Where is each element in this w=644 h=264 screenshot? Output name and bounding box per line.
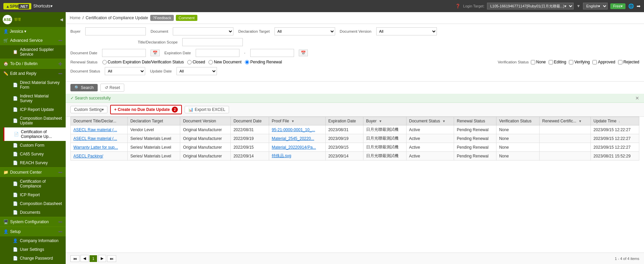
sidebar-item-personal-information[interactable]: 📄 Personal Information [3, 263, 66, 264]
verification-none-checkbox[interactable] [531, 60, 535, 64]
renewed-filter-icon[interactable]: ▼ [579, 119, 582, 123]
comment-button[interactable]: Comment [176, 15, 197, 21]
cell-proof-1[interactable]: Material_2545_20220... [269, 134, 325, 143]
sidebar-item-composition-datasheet-update[interactable]: 📄 Composition Datasheet Update [3, 114, 66, 127]
pagination-first-btn[interactable]: ⏮ [70, 255, 79, 262]
update-time-sort-icon[interactable]: ↓ [619, 120, 620, 123]
collapse-document-center-icon[interactable]: ➖ [58, 171, 62, 174]
sidebar-item-user-settings[interactable]: 📄 User Settings [3, 245, 66, 254]
buyer-filter-icon[interactable]: ▼ [379, 119, 382, 123]
sidebar-section-header-setup[interactable]: 👤 Setup ➖ [0, 227, 66, 236]
sidebar-item-indirect-material-survey[interactable]: 📄 Indirect Material Survey [3, 92, 66, 105]
breadcrumb-home[interactable]: Home [70, 16, 80, 20]
renewal-option-closed[interactable]: Closed [187, 60, 205, 64]
sidebar-section-header-advanced-service[interactable]: 🛒 Advanced Service ➖ [0, 36, 66, 45]
exit-icon[interactable]: ➡ [637, 3, 641, 9]
pagination-next-btn[interactable]: ▶ [98, 255, 106, 262]
sidebar-collapse-btn[interactable]: ◀ [60, 17, 63, 22]
pagination-last-btn[interactable]: ⏭ [107, 255, 116, 262]
sidebar-item-direct-material-survey[interactable]: 📄 Direct Material Survey Form [3, 78, 66, 92]
buyer-input[interactable] [85, 27, 146, 35]
cell-proof-3[interactable]: 特殊品.svg [269, 152, 325, 160]
sidebar-item-ca65-survey[interactable]: 📄 CA65 Survey [3, 150, 66, 158]
sidebar-item-change-password[interactable]: 📄 Change Password [3, 254, 66, 263]
sidebar-item-company-information[interactable]: 👤 Company Information [3, 236, 66, 245]
sidebar-item-certification-compliance-doc[interactable]: 📄 Certification of Compliance [3, 177, 66, 190]
document-status-select[interactable]: All [105, 67, 145, 75]
verification-approved-checkbox[interactable] [592, 60, 597, 64]
sidebar-section-header-document-center[interactable]: 📁 Document Center ➖ [0, 168, 66, 177]
document-date-calendar-btn[interactable]: 📅 [151, 50, 160, 56]
renewal-radio-closed[interactable] [187, 60, 192, 64]
language-select[interactable]: English▾ [583, 3, 608, 9]
close-success-button[interactable]: ✕ [635, 95, 639, 101]
cell-title-1[interactable]: ASECL Raw material (... [71, 134, 128, 143]
verification-editing[interactable]: Editing [549, 60, 567, 64]
cell-renewed-2 [539, 143, 590, 152]
pagination-page-1-btn[interactable]: 1 [90, 255, 97, 262]
expiration-date-to-input[interactable] [250, 49, 294, 57]
collapse-edit-reply-icon[interactable]: ➖ [58, 72, 62, 76]
shortcuts-button[interactable]: Shortcuts▾ [33, 4, 53, 8]
doc-status-filter-icon[interactable]: ▼ [442, 119, 446, 123]
verification-approved[interactable]: Approved [592, 60, 615, 64]
sidebar-section-header-edit-reply[interactable]: ✏️ Edit and Reply ➖ [0, 69, 66, 78]
cell-proof-0[interactable]: 95-21-0000-0001_10_... [269, 125, 325, 134]
sidebar-section-header-todo[interactable]: 🏠 To-Do / Bulletin ➕ [0, 59, 66, 68]
sidebar-item-icp-report-doc[interactable]: 📄 ICP Report [3, 190, 66, 199]
sidebar-section-header-system-config[interactable]: 🖥️ System Configuration ➖ [0, 217, 66, 227]
expiration-date-from-input[interactable] [196, 49, 239, 57]
top-bar: ▲SPM.NET Shortcuts▾ ❓ Login Target: L105… [0, 0, 644, 12]
sidebar-item-composition-datasheet-doc[interactable]: 📄 Composition Datasheet [3, 199, 66, 208]
feedback-button[interactable]: ?Feedback [150, 15, 174, 21]
verification-verifying[interactable]: Verifying [569, 60, 590, 64]
renewal-option-new-document[interactable]: New Document [208, 60, 242, 64]
create-no-due-date-button[interactable]: + Create no Due Date Update 2 [110, 105, 182, 114]
username-label[interactable]: Jessica ▾ [10, 29, 26, 34]
cell-proof-2[interactable]: Material_20220914(Pa... [269, 143, 325, 152]
cell-title-3[interactable]: ASECL Packing/ [71, 152, 128, 160]
sidebar-item-documents-doc[interactable]: 📄 Documents [3, 208, 66, 217]
sidebar-item-certification-compliance-update[interactable]: 📄 Certification of Compliance Up... [3, 127, 66, 141]
title-declaration-scope-input[interactable] [182, 38, 243, 46]
collapse-todo-icon[interactable]: ➕ [58, 62, 62, 66]
doc-icon-reach: 📄 [13, 160, 18, 165]
declaration-target-select[interactable]: All [275, 27, 335, 35]
verification-rejected-checkbox[interactable] [618, 60, 622, 64]
expand-icon[interactable]: ▼ [576, 4, 580, 8]
renewal-option-pending[interactable]: Pending Renewal [245, 60, 282, 64]
cell-renewed-0 [539, 125, 590, 134]
sidebar-item-reach-survey[interactable]: 📄 REACH Survey [3, 158, 66, 167]
verification-rejected[interactable]: Rejected [618, 60, 639, 64]
document-date-label: Document Date [70, 51, 97, 55]
sidebar-item-advanced-supplier-service[interactable]: 📋 Advanced Supplier Service [3, 45, 66, 59]
renewal-radio-pending[interactable] [245, 60, 249, 64]
collapse-advanced-service-icon[interactable]: ➖ [58, 39, 62, 42]
export-excel-button[interactable]: 📊 Export to EXCEL [185, 106, 229, 113]
renewal-radio-new-doc[interactable] [208, 60, 213, 64]
expiration-date-calendar-btn[interactable]: 📅 [299, 50, 308, 56]
verification-editing-checkbox[interactable] [549, 60, 553, 64]
verification-none[interactable]: None [531, 60, 546, 64]
reset-button[interactable]: ↺ Reset [100, 84, 124, 92]
pagination-prev-btn[interactable]: ◀ [80, 255, 89, 262]
document-select[interactable] [173, 27, 233, 35]
cell-title-2[interactable]: Warranty Latter for sup... [71, 143, 128, 152]
proof-filter-icon[interactable]: ▼ [291, 119, 294, 123]
free-button[interactable]: Free▾ [610, 3, 625, 9]
login-target-select[interactable]: L105-1661946771147[Ruby01(日月光聯最...)▾ [487, 3, 574, 9]
document-version-select[interactable]: All [376, 27, 437, 35]
verification-verifying-checkbox[interactable] [569, 60, 573, 64]
cell-title-0[interactable]: ASECL Raw material (... [71, 125, 128, 134]
globe-icon[interactable]: 🌐 [628, 3, 634, 9]
sidebar-item-icp-report-update[interactable]: 📄 ICP Report Update [3, 105, 66, 114]
sidebar-item-custom-form[interactable]: 📄 Custom Form [3, 141, 66, 150]
search-button[interactable]: 🔍 Search [70, 84, 98, 91]
document-date-input[interactable] [102, 49, 146, 57]
update-date-select[interactable]: All [176, 67, 217, 75]
renewal-option-custom[interactable]: Custom Expiration Date/Verification Stat… [102, 60, 184, 64]
renewal-radio-custom[interactable] [102, 60, 107, 64]
collapse-setup-icon[interactable]: ➖ [58, 230, 62, 234]
custom-setting-button[interactable]: Custom Setting▾ [70, 106, 107, 113]
collapse-system-config-icon[interactable]: ➖ [58, 220, 62, 224]
